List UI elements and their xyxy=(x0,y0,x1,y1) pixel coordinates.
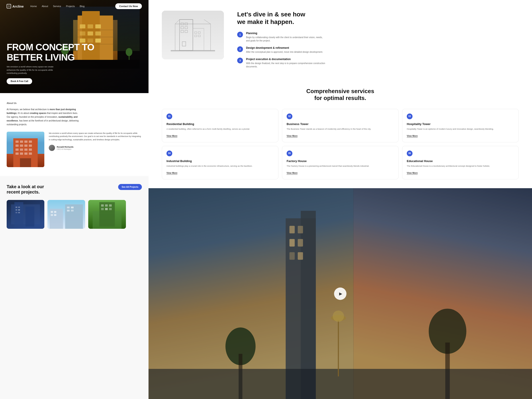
svg-rect-37 xyxy=(20,152,23,155)
service-4-name: Industrial Building xyxy=(166,159,274,163)
svg-rect-34 xyxy=(24,149,27,151)
service-3-link[interactable]: View More xyxy=(407,135,418,138)
svg-rect-28 xyxy=(16,145,19,147)
about-building-svg xyxy=(7,132,44,167)
service-4-num: 04 xyxy=(166,151,172,156)
how-step-2: 2 Design development & refinement After … xyxy=(237,46,519,54)
thumb-2-svg xyxy=(47,200,85,229)
service-4-link[interactable]: View More xyxy=(166,172,177,175)
svg-rect-70 xyxy=(109,208,112,210)
nav-home[interactable]: Home xyxy=(30,5,37,7)
step-3-number: 3 xyxy=(237,58,243,63)
step-1-number: 1 xyxy=(237,32,243,38)
how-title-line1: Let's dive in & see how xyxy=(237,11,519,18)
logo-symbol: ⬡ xyxy=(8,5,10,7)
project-thumb-2[interactable] xyxy=(47,200,85,229)
service-2-num: 02 xyxy=(287,114,292,119)
hero-title-line2: BETTER LIVING xyxy=(7,52,142,63)
svg-rect-60 xyxy=(67,210,70,211)
svg-rect-67 xyxy=(109,204,112,207)
svg-rect-45 xyxy=(16,207,17,208)
svg-rect-59 xyxy=(71,207,74,208)
service-1-link[interactable]: View More xyxy=(166,135,177,138)
service-6-num: 06 xyxy=(407,151,412,156)
about-card: We envision a world where every space we… xyxy=(7,132,142,167)
svg-rect-49 xyxy=(16,212,17,213)
svg-rect-25 xyxy=(20,140,23,143)
service-5-num: 05 xyxy=(287,151,292,156)
service-2-link[interactable]: View More xyxy=(287,135,298,138)
contact-us-button[interactable]: Contact Us Now xyxy=(115,3,142,9)
play-button[interactable]: ▶ xyxy=(334,287,347,300)
services-grid: 01 Residential Building A residential bu… xyxy=(162,109,519,180)
hero-subtitle: We envision a world where every space we… xyxy=(7,65,55,75)
svg-rect-29 xyxy=(20,145,23,147)
logo-icon: ⬡ xyxy=(7,4,11,8)
svg-rect-66 xyxy=(105,204,108,207)
svg-rect-56 xyxy=(51,214,53,216)
author-info: Ronald Richards CEO At Homepro xyxy=(57,146,74,150)
svg-rect-61 xyxy=(71,210,74,211)
about-author: Ronald Richards CEO At Homepro xyxy=(49,145,142,151)
svg-rect-9 xyxy=(88,32,93,35)
svg-rect-69 xyxy=(105,208,108,210)
service-card-4: 04 Industrial Building Industrial buildi… xyxy=(162,146,279,179)
service-6-link[interactable]: View More xyxy=(407,172,418,175)
svg-rect-5 xyxy=(80,24,85,28)
thumb-1-svg xyxy=(7,200,44,229)
hero-title-line1: FROM CONCEPT TO xyxy=(7,42,142,52)
how-content: Let's dive in & see how we make it happe… xyxy=(237,11,519,68)
nav-links: Home About Service Projects Blog xyxy=(30,5,85,7)
nav-service[interactable]: Service xyxy=(53,5,61,7)
projects-title-line2: recent projects. xyxy=(7,189,44,195)
how-step-3: 3 Project execution & documentation With… xyxy=(237,58,519,68)
project-thumb-3[interactable] xyxy=(88,200,126,229)
service-card-3: 03 Hospitality Tower Hospitality Tower i… xyxy=(402,109,519,142)
project-thumb-1[interactable] xyxy=(7,200,44,229)
step-3-desc: With the design finalized, the next step… xyxy=(246,62,326,68)
svg-rect-93 xyxy=(171,50,215,52)
svg-rect-57 xyxy=(54,214,56,216)
thumb-3-svg xyxy=(88,200,126,229)
how-title-line2: we make it happen. xyxy=(237,18,519,26)
hero-title: FROM CONCEPT TO BETTER LIVING xyxy=(7,42,142,63)
svg-rect-48 xyxy=(18,209,20,211)
svg-rect-36 xyxy=(16,152,19,155)
svg-rect-38 xyxy=(24,152,27,155)
svg-rect-7 xyxy=(95,24,101,28)
service-card-6: 06 Educational House The Educational Hou… xyxy=(402,146,519,179)
step-1-content: Planning Begin by collaborating closely … xyxy=(246,32,326,42)
svg-rect-68 xyxy=(101,208,104,210)
nav-about[interactable]: About xyxy=(42,5,48,7)
service-5-link[interactable]: View More xyxy=(287,172,298,175)
service-5-desc: The Factory House is a pioneering archit… xyxy=(287,165,394,168)
video-section[interactable]: ▶ xyxy=(149,188,532,399)
projects-title-line1: Take a look at our xyxy=(7,184,44,189)
book-call-button[interactable]: Book A Free Call xyxy=(7,78,32,84)
svg-rect-8 xyxy=(80,32,85,35)
svg-rect-43 xyxy=(14,202,23,227)
svg-rect-27 xyxy=(29,140,32,143)
service-2-name: Business Tower xyxy=(287,122,394,126)
services-title: Comprehensive services for optimal resul… xyxy=(162,88,519,101)
service-1-desc: A residential building, often referred t… xyxy=(166,127,274,131)
how-section: Let's dive in & see how we make it happe… xyxy=(149,0,532,79)
how-image xyxy=(162,11,224,59)
step-3-content: Project execution & documentation With t… xyxy=(246,58,326,68)
nav-projects[interactable]: Projects xyxy=(66,5,75,7)
svg-rect-30 xyxy=(24,145,27,147)
nav-blog[interactable]: Blog xyxy=(80,5,84,7)
service-6-name: Educational House xyxy=(407,159,514,163)
svg-rect-58 xyxy=(67,207,70,208)
hero-section: ⬡ Arcline Home About Service Projects Bl… xyxy=(0,0,149,93)
about-section: About Us At Homepro, we believe that arc… xyxy=(0,93,149,176)
step-2-number: 2 xyxy=(237,46,243,52)
see-all-projects-button[interactable]: See All Projects xyxy=(118,184,142,190)
svg-rect-26 xyxy=(24,140,27,143)
svg-rect-35 xyxy=(29,149,32,151)
svg-rect-40 xyxy=(20,158,31,167)
about-image xyxy=(7,132,44,167)
author-avatar xyxy=(49,145,55,151)
about-quote: We envision a world where every space we… xyxy=(49,132,142,141)
service-1-name: Residential Building xyxy=(166,122,274,126)
